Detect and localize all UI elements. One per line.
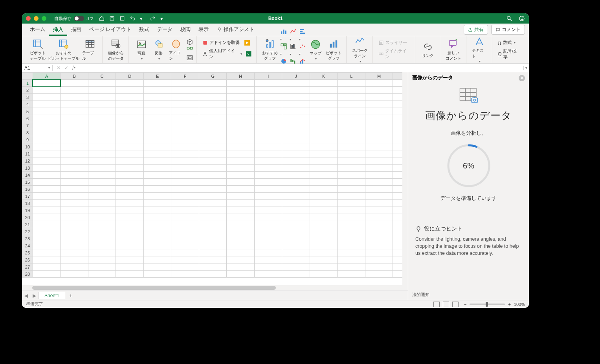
cell[interactable] bbox=[88, 150, 116, 157]
cell[interactable] bbox=[338, 150, 365, 157]
cell[interactable] bbox=[199, 242, 227, 249]
row-header[interactable]: 5 bbox=[22, 108, 33, 115]
cell[interactable] bbox=[338, 235, 365, 242]
cell[interactable] bbox=[61, 129, 88, 136]
cell[interactable] bbox=[171, 207, 199, 214]
cell[interactable] bbox=[365, 228, 393, 235]
cell[interactable] bbox=[171, 179, 199, 186]
cell[interactable] bbox=[282, 200, 310, 207]
maximize-window-button[interactable] bbox=[42, 16, 46, 21]
legal-notice-link[interactable]: 法的通知 bbox=[408, 289, 529, 300]
cell[interactable] bbox=[199, 94, 227, 101]
cell[interactable] bbox=[33, 115, 61, 122]
new-comment-button[interactable]: 新しい コメント bbox=[444, 38, 463, 62]
tab-draw[interactable]: 描画 bbox=[67, 24, 85, 36]
cell[interactable] bbox=[33, 143, 61, 150]
save-as-icon[interactable] bbox=[119, 16, 125, 21]
cell[interactable] bbox=[282, 256, 310, 263]
cell[interactable] bbox=[199, 186, 227, 193]
pictures-button[interactable]: 写真▾ bbox=[133, 38, 150, 61]
row-header[interactable]: 10 bbox=[22, 143, 33, 150]
undo-dropdown-chevron[interactable]: ▾ bbox=[140, 16, 145, 21]
cell[interactable] bbox=[61, 108, 88, 115]
cell[interactable] bbox=[199, 249, 227, 256]
cell[interactable] bbox=[33, 256, 61, 263]
cell[interactable] bbox=[227, 172, 255, 179]
cell[interactable] bbox=[61, 256, 88, 263]
cell[interactable] bbox=[143, 271, 171, 278]
cell[interactable] bbox=[338, 115, 365, 122]
cell[interactable] bbox=[227, 249, 255, 256]
cell[interactable] bbox=[116, 235, 144, 242]
smartart-icon[interactable] bbox=[186, 46, 193, 53]
cell[interactable] bbox=[365, 157, 393, 165]
cell[interactable] bbox=[143, 80, 171, 87]
statistic-chart-icon[interactable]: ▾ bbox=[289, 43, 297, 57]
row-header[interactable]: 26 bbox=[22, 256, 33, 263]
tab-review[interactable]: 校閲 bbox=[176, 24, 194, 36]
maps-button[interactable]: マップ▾ bbox=[307, 38, 324, 61]
tab-view[interactable]: 表示 bbox=[194, 24, 213, 36]
cell[interactable] bbox=[61, 249, 88, 256]
cell[interactable] bbox=[143, 228, 171, 235]
column-header[interactable]: M bbox=[365, 73, 393, 80]
cell[interactable] bbox=[254, 115, 282, 122]
cell[interactable] bbox=[254, 271, 282, 278]
cell[interactable] bbox=[282, 143, 310, 150]
row-header[interactable]: 21 bbox=[22, 221, 33, 228]
cell[interactable] bbox=[61, 143, 88, 150]
cell[interactable] bbox=[88, 179, 116, 186]
cell[interactable] bbox=[88, 165, 116, 172]
undo-icon[interactable] bbox=[130, 16, 135, 21]
sheet-tab-active[interactable]: Sheet1 bbox=[39, 292, 65, 299]
cell[interactable] bbox=[365, 122, 393, 129]
get-addins-button[interactable]: アドインを取得 bbox=[201, 39, 253, 46]
cell[interactable] bbox=[33, 186, 61, 193]
cell[interactable] bbox=[88, 242, 116, 249]
row-header[interactable]: 4 bbox=[22, 101, 33, 108]
cell[interactable] bbox=[33, 214, 61, 221]
cell[interactable] bbox=[310, 221, 338, 228]
row-header[interactable]: 24 bbox=[22, 242, 33, 249]
cell[interactable] bbox=[143, 256, 171, 263]
row-header[interactable]: 11 bbox=[22, 150, 33, 157]
cell[interactable] bbox=[282, 157, 310, 165]
pivot-table-button[interactable]: ピボット テーブル bbox=[28, 38, 47, 62]
cell[interactable] bbox=[199, 235, 227, 242]
cell[interactable] bbox=[143, 193, 171, 200]
zoom-in-button[interactable]: + bbox=[508, 302, 510, 307]
recommended-charts-button[interactable]: ? おすすめ グラフ bbox=[261, 38, 279, 62]
cell[interactable] bbox=[365, 214, 393, 221]
cell[interactable] bbox=[61, 263, 88, 271]
column-header[interactable]: J bbox=[282, 73, 310, 80]
cell[interactable] bbox=[227, 80, 255, 87]
column-header[interactable]: G bbox=[199, 73, 227, 80]
cell[interactable] bbox=[310, 228, 338, 235]
cell[interactable] bbox=[171, 122, 199, 129]
cell[interactable] bbox=[282, 193, 310, 200]
cell[interactable] bbox=[310, 214, 338, 221]
cell[interactable] bbox=[310, 172, 338, 179]
cell[interactable] bbox=[116, 115, 144, 122]
cell[interactable] bbox=[171, 235, 199, 242]
cell[interactable] bbox=[61, 157, 88, 165]
cell[interactable] bbox=[33, 136, 61, 143]
cell[interactable] bbox=[338, 242, 365, 249]
cell[interactable] bbox=[143, 115, 171, 122]
cell[interactable] bbox=[116, 263, 144, 271]
cell[interactable] bbox=[33, 94, 61, 101]
cell[interactable] bbox=[143, 157, 171, 165]
spreadsheet-grid[interactable]: ABCDEFGHIJKLMN12345678910111213141516171… bbox=[22, 72, 408, 285]
cell[interactable] bbox=[199, 150, 227, 157]
cell[interactable] bbox=[143, 87, 171, 94]
column-header[interactable]: I bbox=[254, 73, 282, 80]
tab-insert[interactable]: 挿入 bbox=[49, 24, 67, 36]
cell[interactable] bbox=[310, 235, 338, 242]
cell[interactable] bbox=[61, 136, 88, 143]
bar-chart-icon[interactable]: ▾ bbox=[298, 28, 307, 42]
cell[interactable] bbox=[116, 108, 144, 115]
cell[interactable] bbox=[365, 256, 393, 263]
cell[interactable] bbox=[338, 249, 365, 256]
cell[interactable] bbox=[199, 193, 227, 200]
enter-formula-icon[interactable]: ✓ bbox=[64, 65, 68, 71]
